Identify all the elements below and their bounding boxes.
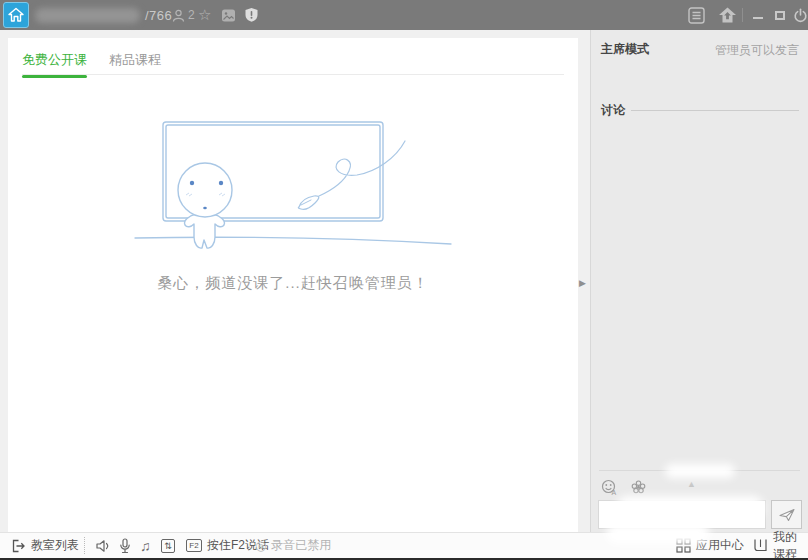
minimize-button[interactable] (750, 0, 766, 30)
app-center-label: 应用中心 (696, 537, 744, 554)
composer-toolbar: A (601, 477, 647, 497)
classroom-list-label: 教室列表 (31, 537, 79, 554)
maximize-icon (775, 11, 785, 20)
my-courses-label: 我的课程 (773, 529, 808, 560)
classroom-list-button[interactable]: 教室列表 (10, 533, 79, 558)
paper-plane-icon (778, 507, 796, 523)
classroom-app-window: /766 2 ☆ (0, 0, 808, 560)
member-count[interactable]: 2 (172, 0, 195, 30)
titlebar: /766 2 ☆ (0, 0, 808, 30)
empty-state-illustration (133, 110, 453, 265)
screenshot-icon[interactable] (221, 0, 236, 30)
book-icon (753, 538, 768, 553)
member-count-value: 2 (188, 8, 195, 22)
favorite-star-icon[interactable]: ☆ (198, 0, 211, 30)
channel-number: /766 (145, 8, 172, 23)
mixer-icon: ⇅ (161, 539, 175, 553)
music-button[interactable]: ♫ (140, 533, 151, 558)
speaker-button[interactable] (95, 533, 112, 558)
mode-title: 主席模式 (601, 41, 649, 58)
flower-gift-button[interactable] (630, 479, 647, 496)
message-input[interactable] (598, 500, 766, 529)
send-button[interactable] (771, 500, 802, 529)
channel-list-icon[interactable] (688, 0, 705, 30)
microphone-button[interactable] (118, 533, 132, 558)
censored-channel-name (35, 8, 140, 23)
triangle-up-icon: ▲ (687, 479, 696, 489)
mode-hint: 管理员可以发言 (715, 42, 799, 59)
composer-divider (599, 470, 800, 471)
discussion-sidebar: 主席模式 管理员可以发言 讨论 A ▲ (590, 30, 808, 532)
mode-header: 主席模式 管理员可以发言 (591, 30, 808, 62)
upgrade-home-icon[interactable] (718, 0, 737, 30)
sidebar-expand-handle[interactable]: ▶ (579, 276, 586, 290)
app-grid-icon (676, 538, 691, 553)
chevron-right-icon: ▶ (579, 278, 586, 288)
record-icon: ◎ (255, 538, 266, 553)
recording-status: ◎ 录音已禁用 (255, 533, 331, 558)
discussion-title: 讨论 (601, 102, 625, 119)
star-glyph: ☆ (198, 0, 211, 30)
audio-settings-button[interactable]: ⇅ (161, 533, 175, 558)
empty-state-message: 桑心，频道没课了...赶快召唤管理员！ (8, 274, 578, 293)
tabs-divider (22, 74, 564, 75)
composer-collapse-handle[interactable]: ▲ (687, 479, 696, 489)
discussion-header: 讨论 (601, 102, 799, 119)
maximize-button[interactable] (772, 0, 788, 30)
statusbar-divider (84, 537, 85, 554)
status-bar: 教室列表 ♫ ⇅ F2 按住F2说话 ◎ 录音已禁用 应用中心 (0, 532, 808, 558)
f2-key-icon: F2 (186, 539, 202, 552)
exit-door-icon (10, 538, 26, 554)
music-note-icon: ♫ (140, 538, 151, 554)
minimize-icon (753, 17, 763, 19)
course-panel: 免费公开课 精品课程 (8, 38, 578, 532)
emoji-button[interactable]: A (601, 479, 618, 496)
power-icon (793, 8, 808, 23)
titlebar-divider (742, 8, 743, 22)
close-power-button[interactable] (792, 0, 808, 30)
app-center-button[interactable]: 应用中心 (676, 533, 744, 558)
my-courses-button[interactable]: 我的课程 (753, 533, 808, 558)
home-button[interactable] (3, 2, 29, 28)
recording-disabled-label: 录音已禁用 (271, 537, 331, 554)
security-shield-icon[interactable] (244, 0, 259, 30)
discussion-divider (631, 110, 799, 111)
home-icon (7, 6, 25, 24)
svg-text:A: A (612, 489, 617, 496)
person-icon (172, 8, 185, 23)
